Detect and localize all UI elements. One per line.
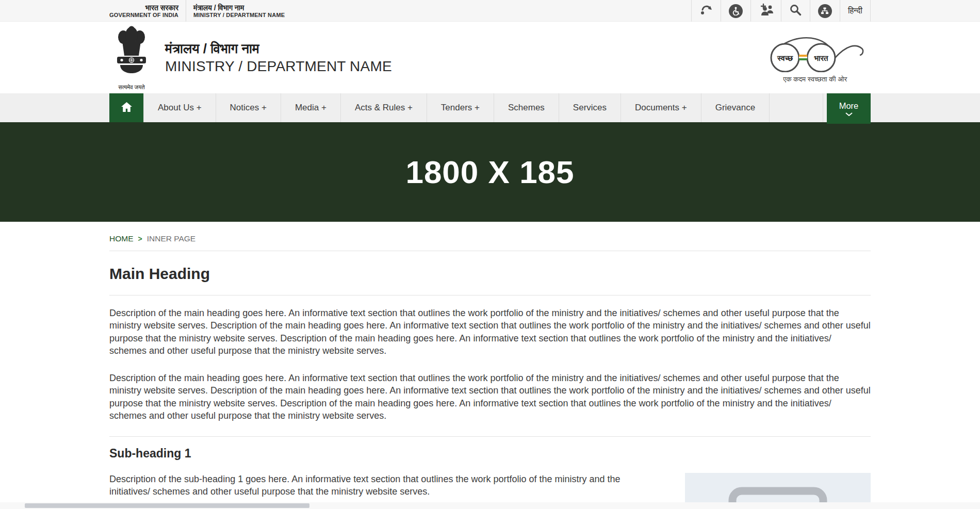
- nav-home-button[interactable]: [109, 93, 143, 122]
- social-media-button[interactable]: [750, 0, 781, 22]
- swachh-lens-right-text: भारत: [813, 54, 828, 62]
- skip-to-main-icon: [699, 3, 713, 19]
- breadcrumb-chevron-icon: >: [138, 235, 142, 243]
- ministry-name-english-small: MINISTRY / DEPARTMENT NAME: [193, 12, 285, 19]
- hero-banner-placeholder: 1800 X 185: [0, 122, 980, 222]
- sub-heading-description: Description of the sub-heading 1 goes he…: [109, 473, 655, 498]
- social-media-icon: [759, 3, 773, 19]
- main-content: HOME > INNER PAGE Main Heading Descripti…: [109, 234, 871, 509]
- main-navigation: About Us + Notices + Media + Acts & Rule…: [0, 93, 980, 122]
- home-icon: [121, 102, 133, 114]
- heading-divider: [109, 295, 871, 295]
- sub-heading-1: Sub-heading 1: [109, 447, 871, 461]
- ministry-title-hindi: मंत्रालय / विभाग नाम: [165, 41, 392, 57]
- banner-dimensions-text: 1800 X 185: [405, 154, 574, 190]
- site-header: सत्यमेव जयते मंत्रालय / विभाग नाम MINIST…: [0, 22, 980, 93]
- main-description-paragraph-2: Description of the main heading goes her…: [109, 372, 871, 422]
- horizontal-scrollbar-thumb[interactable]: [25, 503, 309, 508]
- breadcrumb: HOME > INNER PAGE: [109, 234, 871, 243]
- chevron-down-icon: [845, 112, 853, 116]
- nav-more-button[interactable]: More: [827, 93, 871, 124]
- emblem-motto: सत्यमेव जयते: [118, 84, 144, 91]
- top-utility-bar: भारत सरकार GOVERNMENT OF INDIA मंत्रालय …: [0, 0, 980, 22]
- nav-item-documents[interactable]: Documents +: [621, 93, 701, 122]
- nav-item-notices[interactable]: Notices +: [216, 93, 281, 122]
- swachh-lens-left-text: स्वच्छ: [776, 54, 793, 62]
- nav-item-about-us[interactable]: About Us +: [143, 93, 216, 122]
- swachh-bharat-logo[interactable]: स्वच्छ भारत एक कदम स्वच्छता की ओर: [760, 32, 871, 84]
- breadcrumb-home-link[interactable]: HOME: [109, 234, 134, 243]
- ministry-name-hindi-small: मंत्रालय / विभाग नाम: [193, 4, 285, 12]
- sitemap-icon: [818, 4, 832, 18]
- national-emblem-logo[interactable]: सत्यमेव जयते: [109, 25, 154, 91]
- nav-item-media[interactable]: Media +: [281, 93, 341, 122]
- search-button[interactable]: [781, 0, 810, 22]
- ministry-title-english: MINISTRY / DEPARTMENT NAME: [165, 58, 392, 75]
- nav-empty-cell: [770, 93, 823, 122]
- screen-reader-access-button[interactable]: [721, 0, 750, 22]
- nav-item-schemes[interactable]: Schemes: [494, 93, 559, 122]
- government-of-india-label: भारत सरकार GOVERNMENT OF INDIA मंत्रालय …: [109, 0, 292, 22]
- subheading-divider: [109, 436, 871, 437]
- horizontal-scrollbar-track[interactable]: [0, 502, 980, 509]
- search-icon: [789, 4, 802, 19]
- nav-item-services[interactable]: Services: [559, 93, 621, 122]
- topbar-icon-group: हिन्दी: [691, 0, 871, 22]
- nav-item-tenders[interactable]: Tenders +: [427, 93, 494, 122]
- gov-of-india-english: GOVERNMENT OF INDIA: [109, 12, 178, 19]
- skip-to-main-button[interactable]: [691, 0, 721, 22]
- language-toggle[interactable]: हिन्दी: [840, 0, 871, 22]
- accessibility-wheelchair-icon: [729, 4, 743, 18]
- gov-of-india-hindi: भारत सरकार: [109, 4, 178, 12]
- page-title: Main Heading: [109, 265, 871, 283]
- main-description-paragraph-1: Description of the main heading goes her…: [109, 307, 871, 357]
- nav-item-grievance[interactable]: Grievance: [701, 93, 770, 122]
- sitemap-button[interactable]: [810, 0, 840, 22]
- breadcrumb-current-page: INNER PAGE: [147, 234, 195, 243]
- nav-item-acts-rules[interactable]: Acts & Rules +: [341, 93, 427, 122]
- site-title[interactable]: मंत्रालय / विभाग नाम MINISTRY / DEPARTME…: [165, 41, 392, 75]
- swachh-bharat-tagline: एक कदम स्वच्छता की ओर: [783, 75, 847, 84]
- breadcrumb-divider: [109, 251, 871, 251]
- nav-more-label: More: [839, 101, 859, 111]
- emblem-of-india-icon: [113, 25, 150, 84]
- language-toggle-label: हिन्दी: [848, 6, 862, 15]
- swachh-bharat-glasses-icon: स्वच्छ भारत: [764, 32, 867, 74]
